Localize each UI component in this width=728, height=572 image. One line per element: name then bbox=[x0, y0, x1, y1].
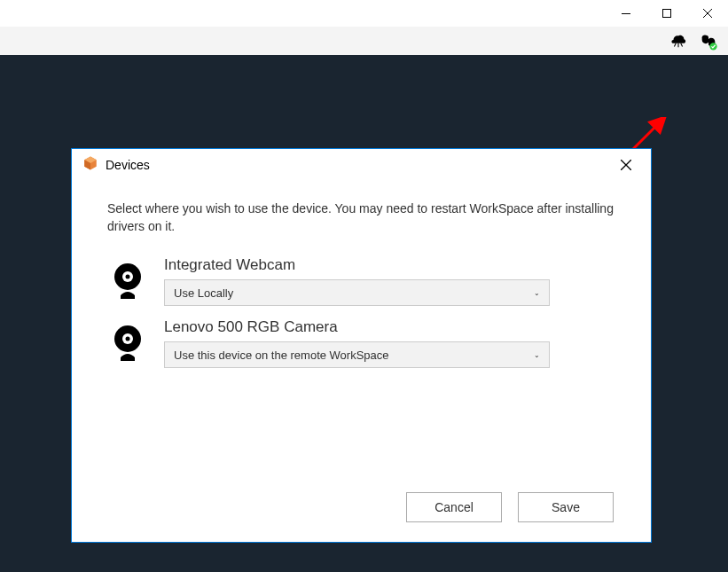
devices-icon bbox=[82, 155, 98, 175]
connection-status-icon[interactable] bbox=[698, 30, 719, 51]
window-close-button[interactable] bbox=[687, 0, 728, 27]
window-titlebar bbox=[0, 0, 728, 27]
devices-dialog: Devices Select where you wish to use the… bbox=[71, 148, 652, 543]
webcam-icon bbox=[107, 256, 148, 301]
dialog-close-button[interactable] bbox=[612, 151, 640, 179]
dropdown-value: Use this device on the remote WorkSpace bbox=[174, 349, 389, 362]
chevron-down-icon: ⌄ bbox=[534, 289, 540, 297]
chevron-down-icon: ⌄ bbox=[534, 351, 540, 359]
toolbar bbox=[0, 27, 728, 55]
webcam-icon bbox=[107, 318, 148, 363]
dialog-footer: Cancel Save bbox=[72, 473, 651, 542]
maximize-button[interactable] bbox=[646, 0, 687, 27]
device-usage-dropdown[interactable]: Use Locally ⌄ bbox=[164, 279, 550, 306]
device-row: Lenovo 500 RGB Camera Use this device on… bbox=[107, 318, 619, 368]
dropdown-value: Use Locally bbox=[174, 286, 233, 300]
device-usage-dropdown[interactable]: Use this device on the remote WorkSpace … bbox=[164, 341, 550, 368]
device-name: Lenovo 500 RGB Camera bbox=[164, 318, 619, 336]
dialog-body: Select where you wish to use the device.… bbox=[72, 181, 651, 473]
instruction-text: Select where you wish to use the device.… bbox=[107, 200, 619, 235]
device-name: Integrated Webcam bbox=[164, 256, 619, 274]
minimize-button[interactable] bbox=[606, 0, 646, 27]
svg-point-7 bbox=[126, 275, 130, 279]
svg-point-10 bbox=[126, 337, 130, 341]
svg-rect-0 bbox=[622, 13, 630, 14]
save-button[interactable]: Save bbox=[518, 492, 614, 522]
cancel-button[interactable]: Cancel bbox=[406, 492, 502, 522]
devices-toolbar-icon[interactable] bbox=[668, 30, 689, 51]
dialog-title: Devices bbox=[106, 158, 150, 172]
workspace-area: Devices Select where you wish to use the… bbox=[0, 55, 728, 572]
device-row: Integrated Webcam Use Locally ⌄ bbox=[107, 256, 619, 306]
svg-rect-1 bbox=[663, 10, 671, 18]
dialog-header: Devices bbox=[72, 149, 651, 181]
